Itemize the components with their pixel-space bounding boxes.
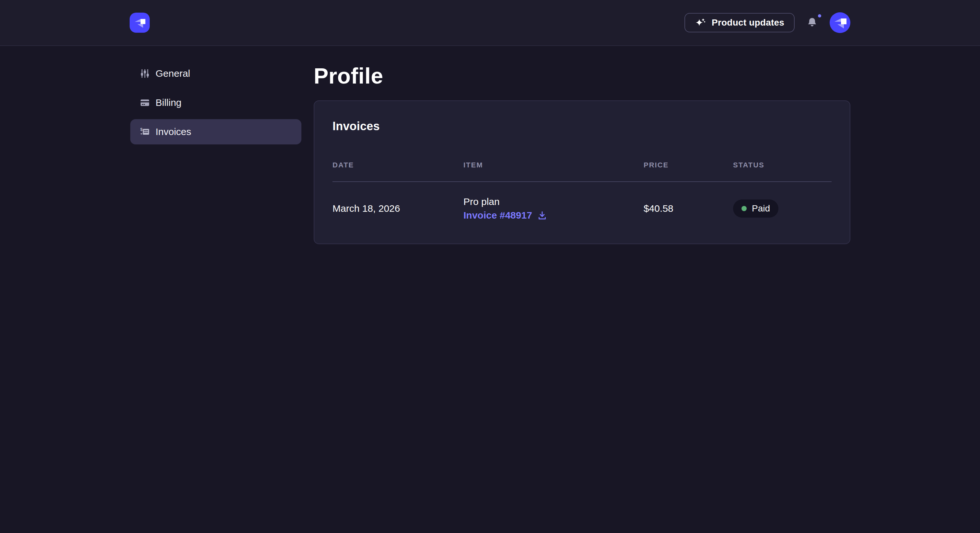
table-row: March 18, 2026 Pro plan Invoice #48917 bbox=[332, 182, 832, 222]
avatar-logo-icon bbox=[830, 12, 850, 33]
header-actions: Product updates bbox=[684, 12, 850, 33]
column-header-item: ITEM bbox=[463, 160, 644, 170]
invoices-table-header: DATE ITEM PRICE STATUS bbox=[332, 160, 832, 182]
app-header: Product updates bbox=[0, 0, 980, 46]
column-header-price: PRICE bbox=[644, 160, 733, 170]
invoice-date: March 18, 2026 bbox=[332, 203, 463, 214]
settings-sidebar: General Billing $ In bbox=[130, 61, 301, 148]
sidebar-item-general[interactable]: General bbox=[130, 61, 301, 86]
sliders-icon bbox=[140, 69, 150, 78]
main-panel: Profile Invoices DATE ITEM PRICE STATUS … bbox=[314, 46, 850, 244]
sidebar-item-label: Invoices bbox=[156, 126, 191, 137]
strapi-logo-icon bbox=[130, 14, 149, 32]
status-dot-icon bbox=[741, 206, 747, 211]
notification-dot bbox=[818, 14, 821, 17]
status-badge: Paid bbox=[733, 200, 778, 217]
download-icon bbox=[537, 211, 547, 220]
status-label: Paid bbox=[752, 203, 770, 214]
product-updates-button[interactable]: Product updates bbox=[684, 13, 795, 32]
user-avatar[interactable] bbox=[830, 12, 850, 33]
column-header-date: DATE bbox=[332, 160, 463, 170]
sidebar-item-invoices[interactable]: $ Invoices bbox=[130, 119, 301, 144]
column-header-status: STATUS bbox=[733, 160, 832, 170]
sidebar-item-label: Billing bbox=[156, 97, 181, 108]
app-logo-button[interactable] bbox=[130, 13, 150, 33]
page-title: Profile bbox=[314, 62, 850, 89]
page-content: General Billing $ In bbox=[0, 46, 980, 244]
app: Product updates bbox=[0, 0, 980, 533]
bell-icon bbox=[807, 17, 818, 28]
download-invoice-button[interactable] bbox=[537, 211, 547, 220]
invoices-card: Invoices DATE ITEM PRICE STATUS March 18… bbox=[314, 100, 850, 244]
sidebar-item-billing[interactable]: Billing bbox=[130, 90, 301, 115]
sparkles-icon bbox=[695, 17, 706, 28]
invoice-item-name: Pro plan bbox=[463, 195, 644, 209]
sidebar-item-label: General bbox=[156, 68, 190, 79]
invoice-link-line: Invoice #48917 bbox=[463, 209, 644, 222]
invoice-status-cell: Paid bbox=[733, 200, 832, 217]
invoice-price: $40.58 bbox=[644, 203, 733, 214]
invoice-number-link[interactable]: Invoice #48917 bbox=[463, 209, 532, 222]
product-updates-label: Product updates bbox=[712, 17, 784, 28]
invoice-icon: $ bbox=[140, 127, 150, 136]
credit-card-icon bbox=[140, 98, 150, 108]
invoice-item-cell: Pro plan Invoice #48917 bbox=[463, 195, 644, 222]
notifications-button[interactable] bbox=[806, 16, 819, 29]
invoices-card-title: Invoices bbox=[332, 119, 832, 133]
svg-text:$: $ bbox=[140, 127, 143, 132]
